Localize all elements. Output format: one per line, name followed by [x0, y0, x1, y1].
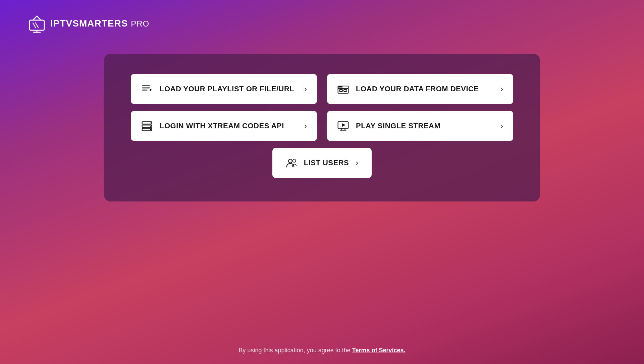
svg-marker-10 [150, 89, 152, 91]
svg-marker-26 [342, 123, 345, 127]
svg-line-1 [37, 16, 40, 19]
button-row-2: LOGIN WITH XTREAM CODES API › [131, 111, 513, 141]
main-card: LOAD YOUR PLAYLIST OR FILE/URL › [104, 54, 540, 201]
svg-point-19 [150, 123, 151, 124]
svg-rect-12 [338, 86, 343, 88]
chevron-right-icon: › [304, 121, 307, 131]
svg-point-21 [150, 129, 151, 130]
stream-icon [337, 120, 349, 132]
svg-rect-15 [344, 90, 347, 91]
svg-point-20 [150, 126, 151, 127]
xtream-label: LOGIN WITH XTREAM CODES API [160, 122, 284, 130]
load-device-label: LOAD YOUR DATA FROM DEVICE [356, 85, 479, 93]
svg-line-6 [36, 23, 38, 28]
playlist-icon [141, 83, 153, 95]
header: IPTVSMARTERS PRO [0, 0, 644, 47]
chevron-right-icon: › [500, 84, 503, 94]
xtream-icon [141, 120, 153, 132]
footer: By using this application, you agree to … [0, 347, 644, 354]
chevron-right-icon: › [500, 121, 503, 131]
center-row: LIST USERS › [131, 148, 513, 178]
button-left: LIST USERS [286, 157, 349, 169]
page-wrapper: IPTVSMARTERS PRO [0, 0, 644, 364]
single-stream-button[interactable]: PLAY SINGLE STREAM › [327, 111, 513, 141]
svg-rect-8 [142, 88, 150, 89]
single-stream-label: PLAY SINGLE STREAM [356, 122, 440, 130]
svg-rect-9 [142, 90, 148, 91]
list-users-label: LIST USERS [304, 158, 349, 167]
list-users-button[interactable]: LIST USERS › [272, 148, 372, 178]
svg-point-28 [292, 159, 296, 162]
button-row-1: LOAD YOUR PLAYLIST OR FILE/URL › [131, 74, 513, 104]
terms-link[interactable]: Terms of Services. [352, 347, 406, 354]
logo-icon [27, 13, 47, 34]
logo-text: IPTVSMARTERS PRO [50, 18, 149, 29]
chevron-right-icon: › [356, 158, 358, 168]
button-left: PLAY SINGLE STREAM [337, 120, 440, 132]
logo-pro: PRO [131, 19, 149, 28]
svg-rect-14 [339, 90, 342, 91]
svg-line-5 [33, 23, 36, 28]
svg-rect-7 [142, 85, 150, 86]
users-icon [286, 157, 298, 169]
logo-smarters: SMARTERS [72, 18, 128, 29]
logo-container: IPTVSMARTERS PRO [27, 13, 149, 34]
svg-point-27 [288, 159, 292, 163]
chevron-right-icon: › [304, 84, 307, 94]
svg-line-0 [34, 16, 37, 19]
button-left: LOAD YOUR DATA FROM DEVICE [337, 83, 479, 95]
load-device-button[interactable]: LOAD YOUR DATA FROM DEVICE › [327, 74, 513, 104]
footer-text: By using this application, you agree to … [239, 347, 352, 354]
load-playlist-button[interactable]: LOAD YOUR PLAYLIST OR FILE/URL › [131, 74, 317, 104]
device-icon [337, 83, 349, 95]
button-left: LOAD YOUR PLAYLIST OR FILE/URL [141, 83, 294, 95]
xtream-codes-button[interactable]: LOGIN WITH XTREAM CODES API › [131, 111, 317, 141]
button-left: LOGIN WITH XTREAM CODES API [141, 120, 284, 132]
logo-iptv: IPTV [50, 18, 72, 29]
load-playlist-label: LOAD YOUR PLAYLIST OR FILE/URL [160, 85, 294, 93]
